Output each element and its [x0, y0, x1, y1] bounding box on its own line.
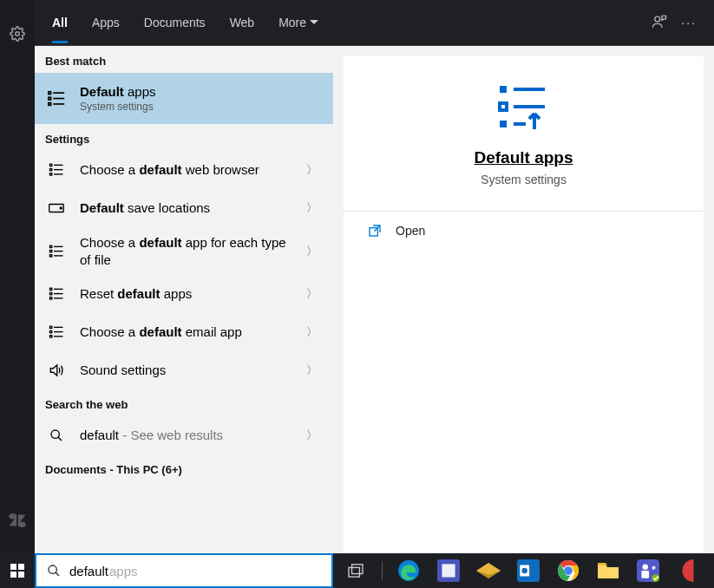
results-pane: Best match Default apps System settings …: [35, 46, 333, 588]
svg-point-58: [521, 568, 527, 574]
taskbar-chrome[interactable]: [554, 557, 582, 585]
svg-rect-30: [50, 326, 52, 328]
taskbar-separator: [382, 561, 383, 580]
ellipsis-icon[interactable]: ···: [681, 16, 697, 29]
svg-point-65: [652, 566, 655, 570]
section-settings: Settings: [35, 124, 333, 151]
chevron-right-icon: 〉: [306, 244, 321, 259]
taskbar-outlook[interactable]: [514, 557, 542, 585]
search-ghost-text: apps: [109, 564, 138, 578]
sound-icon: [47, 363, 66, 378]
taskbar-edge[interactable]: [395, 557, 423, 585]
svg-rect-34: [50, 336, 52, 337]
svg-rect-64: [641, 571, 649, 578]
preview-title[interactable]: Default apps: [344, 148, 704, 167]
section-best-match: Best match: [35, 46, 333, 73]
result-web-search[interactable]: default - See web results 〉: [35, 416, 333, 454]
svg-rect-18: [50, 245, 52, 247]
svg-line-50: [56, 572, 59, 576]
settings-list-icon: [47, 324, 66, 340]
preview-subtitle: System settings: [344, 173, 704, 186]
preview-pane: Default apps System settings Open: [344, 56, 704, 578]
drive-icon: [47, 203, 66, 213]
result-default-email-app[interactable]: Choose a default email app 〉: [35, 313, 333, 351]
svg-line-37: [58, 437, 62, 441]
chevron-right-icon: 〉: [306, 200, 321, 216]
taskbar: [333, 553, 714, 588]
zendesk-icon[interactable]: [9, 513, 26, 531]
svg-point-36: [51, 430, 59, 438]
chevron-down-icon: [310, 18, 318, 27]
svg-rect-55: [442, 564, 455, 577]
result-best-default-apps[interactable]: Default apps System settings: [35, 73, 333, 124]
svg-point-1: [9, 513, 16, 519]
feedback-icon[interactable]: [652, 14, 667, 32]
svg-point-17: [60, 207, 62, 209]
svg-rect-51: [349, 567, 359, 577]
svg-point-63: [643, 564, 649, 570]
svg-rect-6: [49, 97, 51, 100]
start-button[interactable]: [0, 553, 35, 588]
svg-rect-42: [500, 121, 507, 127]
settings-list-icon: [47, 162, 66, 178]
svg-rect-52: [352, 565, 363, 574]
svg-rect-8: [49, 102, 51, 105]
svg-rect-10: [50, 164, 52, 166]
settings-list-icon: [47, 286, 66, 302]
tab-documents[interactable]: Documents: [144, 2, 206, 43]
chevron-right-icon: 〉: [306, 324, 321, 340]
taskbar-app-purple[interactable]: [435, 557, 462, 585]
tab-apps[interactable]: Apps: [92, 2, 120, 43]
search-icon: [47, 428, 66, 442]
default-apps-icon: [344, 82, 704, 131]
result-sound-settings[interactable]: Sound settings 〉: [35, 351, 333, 389]
result-web-browser[interactable]: Choose a default web browser 〉: [35, 151, 333, 189]
settings-list-icon: [47, 89, 66, 108]
preview-action-open[interactable]: Open: [344, 212, 704, 250]
taskbar-file-explorer[interactable]: [594, 557, 622, 585]
svg-rect-48: [18, 572, 24, 578]
taskbar-teams[interactable]: [634, 557, 662, 585]
svg-rect-45: [10, 564, 16, 570]
chevron-right-icon: 〉: [306, 428, 321, 443]
svg-rect-14: [50, 173, 52, 175]
settings-list-icon: [47, 244, 66, 259]
svg-point-49: [49, 565, 56, 573]
svg-rect-47: [10, 572, 16, 578]
svg-rect-20: [50, 250, 52, 252]
taskbar-app-yellow[interactable]: [475, 557, 502, 585]
svg-rect-22: [50, 254, 52, 256]
tab-web[interactable]: Web: [230, 2, 255, 43]
chevron-right-icon: 〉: [306, 363, 321, 378]
svg-rect-46: [18, 564, 24, 570]
svg-rect-38: [500, 86, 507, 93]
svg-point-2: [18, 522, 26, 527]
search-input[interactable]: [69, 564, 321, 578]
section-search-web: Search the web: [35, 389, 333, 416]
search-icon: [47, 564, 61, 578]
result-save-locations[interactable]: Default save locations 〉: [35, 189, 333, 227]
svg-rect-24: [50, 288, 52, 290]
svg-rect-4: [49, 91, 51, 94]
tab-more[interactable]: More: [278, 2, 318, 43]
task-view-button[interactable]: [342, 557, 370, 585]
search-box[interactable]: apps: [35, 553, 333, 588]
open-icon: [368, 224, 382, 238]
chevron-right-icon: 〉: [306, 162, 321, 178]
svg-rect-28: [50, 297, 52, 299]
result-app-per-filetype[interactable]: Choose a default app for each type of fi…: [35, 227, 333, 275]
svg-rect-12: [50, 169, 52, 171]
chevron-right-icon: 〉: [306, 286, 321, 302]
gear-icon[interactable]: [10, 26, 25, 45]
svg-point-0: [16, 32, 20, 36]
svg-rect-40: [500, 103, 507, 110]
taskbar-app-red[interactable]: [674, 557, 702, 585]
svg-rect-32: [50, 331, 52, 333]
left-rail: [0, 0, 35, 588]
windows-logo-icon: [10, 564, 24, 578]
section-documents: Documents - This PC (6+): [35, 454, 333, 481]
svg-point-3: [655, 16, 660, 22]
result-reset-default-apps[interactable]: Reset default apps 〉: [35, 275, 333, 313]
tab-all[interactable]: All: [52, 2, 68, 43]
svg-rect-26: [50, 293, 52, 295]
